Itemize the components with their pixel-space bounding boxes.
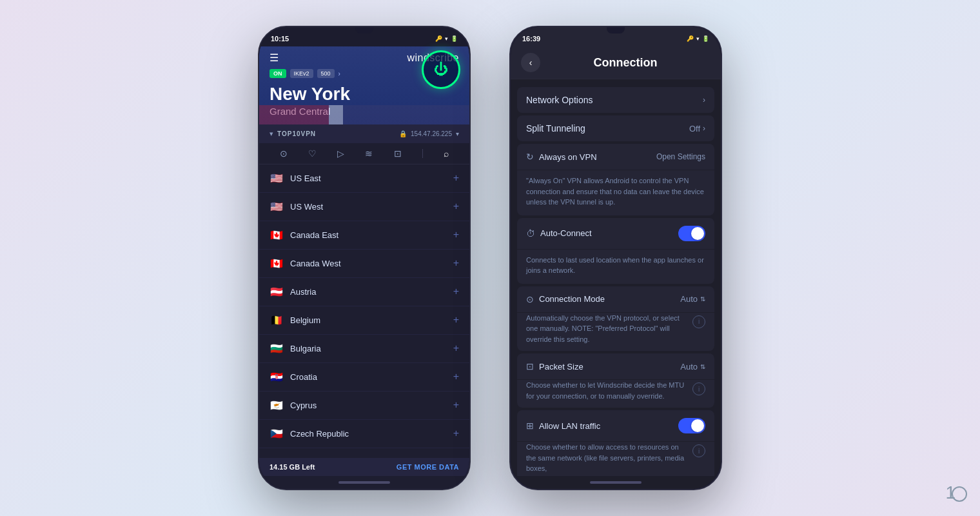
ip-address: 154.47.26.225: [411, 130, 452, 137]
auto-connect-description: Connects to last used location when the …: [517, 250, 714, 284]
packet-size-value: Auto: [680, 362, 698, 372]
add-icon[interactable]: +: [453, 342, 459, 354]
list-item[interactable]: 🇧🇬 Bulgaria +: [259, 335, 469, 363]
connection-mode-section: ⊙ Connection Mode Auto ⇅ Automatically c…: [517, 286, 714, 352]
phone-notch: [607, 27, 625, 34]
server-name: US West: [290, 202, 447, 212]
list-item[interactable]: 🇨🇾 Cyprus +: [259, 392, 469, 420]
server-tabs: ⊙ ♡ ▷ ≋ ⊡ ⌕: [259, 143, 469, 164]
allow-lan-row[interactable]: ⊞ Allow LAN traffic: [517, 410, 714, 442]
network-bar: ▾ TOP10VPN 🔒 154.47.26.225 ▾: [259, 124, 469, 143]
packet-size-section: ⊡ Packet Size Auto ⇅ Choose whether to l…: [517, 353, 714, 408]
power-icon: ⏻: [434, 61, 448, 78]
flag-icon: 🇧🇬: [270, 342, 284, 355]
phone-windscribe: 10:15 🔑 ▾ 🔋 ☰ windscribe ⏻: [258, 26, 471, 490]
auto-connect-section: ⏱ Auto-Connect Connects to last used loc…: [517, 218, 714, 284]
home-bar: [338, 481, 390, 484]
allow-lan-toggle[interactable]: [678, 418, 705, 433]
tab-favorites-icon[interactable]: ♡: [308, 148, 317, 159]
list-item[interactable]: 🇨🇦 Canada East +: [259, 221, 469, 250]
always-on-vpn-section: ↻ Always on VPN Open Settings "Always On…: [517, 144, 714, 215]
tab-search-icon[interactable]: ⌕: [444, 148, 449, 159]
info-icon[interactable]: i: [692, 315, 705, 328]
always-on-label: Always on VPN: [539, 152, 597, 162]
always-on-description: "Always On" VPN allows Android to contro…: [517, 170, 714, 215]
add-icon[interactable]: +: [453, 257, 459, 269]
add-icon[interactable]: +: [453, 201, 459, 212]
home-indicator-2: [511, 476, 721, 489]
split-tunneling-label: Split Tunneling: [526, 123, 585, 134]
allow-lan-section: ⊞ Allow LAN traffic Choose whether to al…: [517, 410, 714, 476]
chevron-right-icon: ›: [703, 124, 705, 133]
flag-icon: 🇨🇿: [270, 428, 284, 440]
list-item[interactable]: 🇧🇪 Belgium +: [259, 306, 469, 335]
time-phone1: 10:15: [271, 35, 289, 43]
protocol-badge: IKEv2: [290, 69, 313, 78]
battery-icon-2: 🔋: [702, 35, 709, 42]
add-icon[interactable]: +: [453, 371, 459, 382]
chevron-right-icon: ›: [703, 95, 705, 104]
power-button[interactable]: ⏻: [422, 50, 460, 89]
add-icon[interactable]: +: [453, 172, 459, 184]
network-options-row[interactable]: Network Options ›: [517, 87, 714, 113]
add-icon[interactable]: +: [453, 314, 459, 326]
flag-icon: 🇦🇹: [270, 286, 284, 298]
add-icon[interactable]: +: [453, 399, 459, 411]
phone-notch: [355, 27, 373, 34]
list-item[interactable]: 🇦🇹 Austria +: [259, 278, 469, 306]
tab-custom-icon[interactable]: ⊡: [394, 148, 402, 159]
connection-settings-body: Network Options › Split Tunneling Off ›: [511, 79, 721, 476]
info-icon[interactable]: i: [692, 444, 705, 457]
flag-icon: 🇨🇦: [270, 229, 284, 241]
add-icon[interactable]: +: [453, 229, 459, 241]
allow-lan-description: Choose whether to allow access to resour…: [526, 442, 687, 474]
server-name: Bulgaria: [290, 344, 447, 353]
key-icon: 🔑: [435, 35, 442, 42]
flag-icon: 🇨🇾: [270, 399, 284, 412]
home-indicator: [259, 476, 469, 489]
packet-size-description: Choose whether to let Windscribe decide …: [526, 380, 687, 401]
back-button[interactable]: ‹: [521, 53, 540, 72]
split-tunneling-row[interactable]: Split Tunneling Off ›: [517, 115, 714, 141]
connection-header: ‹ Connection: [511, 46, 721, 79]
flag-icon: 🇧🇪: [270, 314, 284, 326]
server-name: Canada West: [290, 259, 447, 268]
phone-connection: 16:39 🔑 ▾ 🔋 ‹ Connection Network Options: [509, 26, 722, 490]
tab-recent-icon[interactable]: ⊙: [280, 148, 288, 159]
add-icon[interactable]: +: [453, 286, 459, 297]
add-icon[interactable]: +: [453, 428, 459, 439]
auto-connect-row[interactable]: ⏱ Auto-Connect: [517, 218, 714, 250]
wifi-status-icon: ▾: [445, 35, 448, 42]
hamburger-icon[interactable]: ☰: [270, 52, 279, 64]
server-name: US East: [290, 174, 447, 183]
list-item[interactable]: 🇺🇸 US West +: [259, 193, 469, 221]
badge-arrow-icon: ›: [338, 70, 340, 77]
home-bar-2: [590, 481, 642, 484]
data-badge: 500: [317, 69, 335, 78]
list-item[interactable]: 🇺🇸 US East +: [259, 164, 469, 193]
open-settings-link[interactable]: Open Settings: [656, 152, 705, 161]
get-more-data-button[interactable]: GET MORE DATA: [397, 463, 459, 471]
server-name: Canada East: [290, 230, 447, 240]
connection-mode-icon: ⊙: [526, 294, 534, 304]
list-item[interactable]: 🇨🇦 Canada West +: [259, 250, 469, 278]
network-name: TOP10VPN: [277, 130, 316, 137]
flag-icon: 🇨🇦: [270, 257, 284, 270]
up-down-icon: ⇅: [700, 295, 705, 303]
tab-streaming-icon[interactable]: ▷: [337, 148, 344, 159]
auto-connect-icon: ⏱: [526, 228, 535, 239]
connection-title: Connection: [540, 56, 710, 70]
on-badge: ON: [270, 69, 286, 78]
list-item[interactable]: 🇭🇷 Croatia +: [259, 363, 469, 392]
list-item[interactable]: 🇨🇿 Czech Republic +: [259, 420, 469, 448]
connection-mode-row[interactable]: ⊙ Connection Mode Auto ⇅: [517, 286, 714, 313]
info-icon[interactable]: i: [692, 382, 705, 395]
allow-lan-label: Allow LAN traffic: [539, 421, 600, 431]
packet-size-select[interactable]: Auto ⇅: [680, 362, 705, 372]
auto-connect-toggle[interactable]: [678, 226, 705, 241]
key-icon-2: 🔑: [687, 35, 694, 42]
always-on-vpn-row[interactable]: ↻ Always on VPN Open Settings: [517, 144, 714, 170]
tab-stats-icon[interactable]: ≋: [365, 148, 373, 159]
connection-mode-select[interactable]: Auto ⇅: [680, 294, 705, 304]
packet-size-row[interactable]: ⊡ Packet Size Auto ⇅: [517, 353, 714, 380]
